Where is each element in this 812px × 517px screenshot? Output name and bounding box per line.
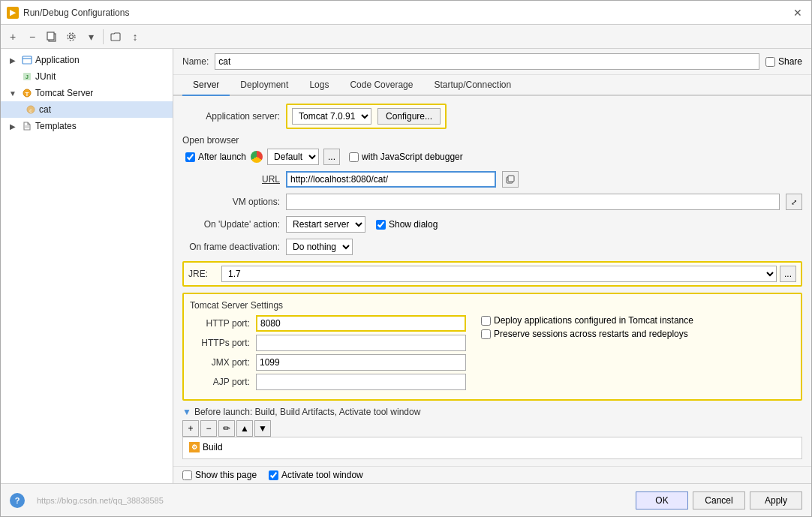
name-row: Name: Share [173,49,811,75]
dialog-icon: ▶ [7,7,19,19]
update-action-select[interactable]: Restart server [286,216,365,233]
svg-rect-4 [23,56,32,64]
tree-item-application[interactable]: ▶ Application [1,52,173,68]
bl-edit-button[interactable]: ✏ [218,420,235,437]
browser-select[interactable]: Default [267,149,319,165]
update-action-row: On 'Update' action: Restart server Show … [182,216,802,233]
before-launch-header[interactable]: ▼ Before launch: Build, Build Artifacts,… [182,407,802,417]
build-icon: ⚙ [189,442,200,452]
toolbar: + − ▾ ↕ [1,25,811,49]
expand-templates[interactable]: ▶ [7,120,19,132]
tab-startup[interactable]: Startup/Connection [423,75,522,96]
after-launch-checkbox[interactable] [185,152,195,162]
junit-icon: J [21,71,33,83]
sort-button[interactable]: ↕ [126,28,144,46]
cancel-button[interactable]: Cancel [693,491,745,509]
activate-window-checkbox[interactable] [269,470,278,480]
add-config-button[interactable]: + [4,28,22,46]
jre-label: JRE: [188,269,218,279]
bl-remove-button[interactable]: − [200,420,217,437]
svg-text:T: T [26,91,29,98]
close-button[interactable]: ✕ [790,5,805,20]
tree-item-tomcat[interactable]: ▼ T Tomcat Server [1,85,173,101]
browser-ellipsis-button[interactable]: ... [323,149,340,165]
tab-logs[interactable]: Logs [299,75,339,96]
copy-url-icon [506,175,515,184]
preserve-checkbox[interactable] [481,329,491,339]
template-icon [21,120,33,132]
bl-down-button[interactable]: ▼ [254,420,271,437]
show-dialog-label: Show dialog [389,219,438,230]
watermark-text: https://blog.csdn.net/qq_38838585 [37,496,164,505]
settings-icon [66,32,77,42]
before-launch-list: ⚙ Build [182,437,802,459]
tomcat-settings-title: Tomcat Server Settings [190,300,795,311]
url-label: URL [182,174,280,185]
show-page-check-label[interactable]: Show this page [182,470,257,480]
apply-button[interactable]: Apply [750,491,802,509]
preserve-label: Preserve sessions across restarts and re… [494,329,688,339]
share-checkbox[interactable] [765,57,775,67]
configure-button[interactable]: Configure... [377,108,441,125]
app-server-select[interactable]: Tomcat 7.0.91 [292,108,371,125]
tree-item-junit[interactable]: ▶ J JUnit [1,68,173,85]
expand-tomcat[interactable]: ▼ [7,87,19,99]
expand-junit[interactable]: ▶ [7,71,19,83]
cat-label: cat [39,104,51,115]
app-server-label: Application server: [182,111,280,122]
jre-dots-button[interactable]: ... [780,266,796,282]
tab-code-coverage[interactable]: Code Coverage [339,75,423,96]
frame-deactivation-select[interactable]: Do nothing [286,239,353,255]
https-port-input[interactable] [256,335,466,351]
activate-window-check-label[interactable]: Activate tool window [269,470,363,480]
show-page-checkbox[interactable] [182,470,192,480]
folder-button[interactable] [107,28,125,46]
page-footer-checks: Show this page Activate tool window [173,466,811,483]
jre-select[interactable]: 1.7 [221,266,777,282]
deploy-check-label[interactable]: Deploy applications configured in Tomcat… [481,315,693,326]
vm-expand-button[interactable]: ⤢ [786,194,802,210]
url-copy-button[interactable] [502,171,519,188]
https-port-label: HTTPs port: [190,338,250,348]
svg-point-2 [70,35,74,38]
after-launch-check-label[interactable]: After launch [185,152,246,162]
ports-table: HTTP port: HTTPs port: JMX port: [190,315,466,393]
remove-config-button[interactable]: − [23,28,41,46]
bl-up-button[interactable]: ▲ [236,420,253,437]
title-bar: ▶ Run/Debug Configurations ✕ [1,1,811,25]
js-debugger-checkbox[interactable] [349,152,359,162]
ok-button[interactable]: OK [636,491,688,509]
tomcat-settings-section: Tomcat Server Settings HTTP port: HTTPs … [182,293,802,401]
dropdown1-button[interactable]: ▾ [82,28,100,46]
tab-deployment[interactable]: Deployment [230,75,299,96]
url-input[interactable] [286,171,496,188]
copy-config-button[interactable] [43,28,61,46]
tomcat-icon: T [21,87,33,99]
ajp-port-input[interactable] [256,374,466,390]
footer-buttons: OK Cancel Apply [636,491,802,509]
tab-server[interactable]: Server [182,75,230,96]
preserve-check-label[interactable]: Preserve sessions across restarts and re… [481,329,693,339]
js-debugger-check-label[interactable]: with JavaScript debugger [349,152,463,162]
tree-item-cat[interactable]: c cat [1,101,173,118]
http-port-input[interactable] [256,315,466,332]
app-server-row: Application server: Tomcat 7.0.91 Config… [182,104,802,129]
tree-item-templates[interactable]: ▶ Templates [1,118,173,134]
show-page-label: Show this page [195,470,257,480]
tab-bar: Server Deployment Logs Code Coverage Sta… [173,75,811,96]
show-dialog-checkbox[interactable] [376,220,386,230]
jmx-port-row: JMX port: [190,354,466,371]
run-debug-dialog: ▶ Run/Debug Configurations ✕ + − ▾ ↕ [0,0,812,517]
config-tree: ▶ Application ▶ J JUnit ▼ T Tomca [1,49,173,483]
bl-add-button[interactable]: + [182,420,199,437]
show-dialog-check-label[interactable]: Show dialog [376,219,438,230]
jmx-port-input[interactable] [256,354,466,371]
expand-application[interactable]: ▶ [7,54,19,66]
dialog-footer: ? https://blog.csdn.net/qq_38838585 OK C… [1,483,811,516]
deploy-checkbox[interactable] [481,316,491,326]
https-port-row: HTTPs port: [190,335,466,351]
settings-config-button[interactable] [62,28,80,46]
vm-options-input[interactable] [286,194,780,210]
help-button[interactable]: ? [10,493,25,508]
name-field[interactable] [215,53,759,70]
